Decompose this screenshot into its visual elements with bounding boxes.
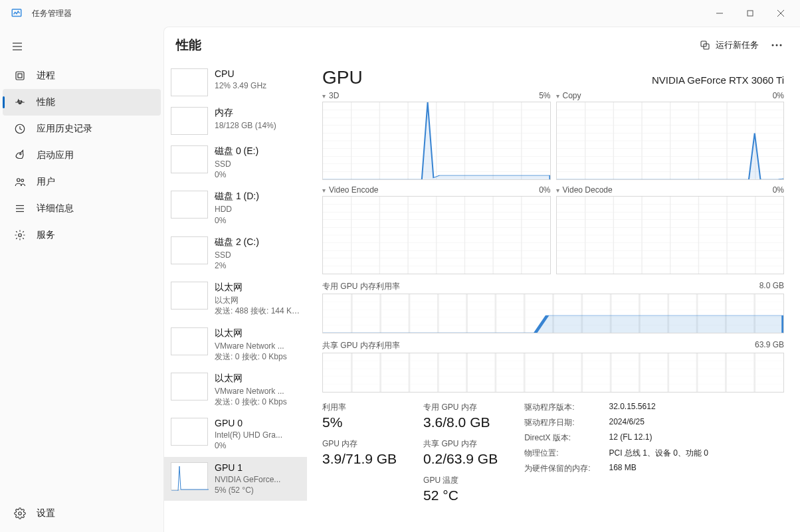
services-icon: [14, 229, 26, 241]
resource-sub: 2%: [215, 260, 302, 271]
resource-sub: 发送: 488 接收: 144 Kbps: [215, 306, 302, 316]
resource-item[interactable]: 以太网VMware Network ...发送: 0 接收: 0 Kbps: [164, 322, 307, 367]
minimize-button[interactable]: [704, 3, 735, 24]
resource-thumbnail: [171, 327, 208, 355]
nav-details[interactable]: 详细信息: [3, 195, 161, 222]
resource-sub: VMware Network ...: [215, 341, 302, 351]
nav-settings[interactable]: 设置: [3, 500, 161, 527]
resource-title: 以太网: [215, 282, 302, 294]
nav-label: 性能: [37, 96, 55, 108]
nav-services[interactable]: 服务: [3, 222, 161, 248]
temp-label: GPU 温度: [423, 475, 498, 486]
chart-vdec-value: 0%: [773, 185, 784, 195]
nav-label: 应用历史记录: [37, 123, 92, 135]
resource-item[interactable]: GPU 1NVIDIA GeForce...5% (52 °C): [164, 457, 307, 501]
resource-sub: 以太网: [215, 295, 302, 306]
svg-rect-2: [748, 11, 753, 16]
resource-item[interactable]: CPU12% 3.49 GHz: [164, 63, 307, 102]
gpumem-label: GPU 内存: [322, 438, 397, 450]
info-k: 驱动程序日期:: [524, 417, 590, 428]
resource-list[interactable]: CPU12% 3.49 GHz内存18/128 GB (14%)磁盘 0 (E:…: [164, 63, 308, 532]
resource-item[interactable]: 磁盘 1 (D:)HDD0%: [164, 185, 307, 230]
resource-sub: 5% (52 °C): [215, 485, 302, 495]
info-v: 32.0.15.5612: [609, 402, 708, 413]
svg-point-23: [776, 44, 778, 46]
nav-label: 服务: [37, 229, 55, 241]
resource-sub: 12% 3.49 GHz: [215, 80, 302, 91]
nav-users[interactable]: 用户: [3, 169, 161, 195]
resource-sub: SSD: [215, 159, 302, 169]
run-task-label: 运行新任务: [716, 39, 759, 51]
util-value: 5%: [322, 414, 397, 430]
chart-copy-value: 0%: [773, 91, 784, 100]
more-button[interactable]: [765, 34, 788, 56]
resource-thumbnail: [171, 236, 208, 264]
resource-item[interactable]: 磁盘 0 (E:)SSD0%: [164, 140, 307, 185]
info-v: 12 (FL 12.1): [609, 432, 708, 444]
gpu-heading: GPU: [322, 67, 363, 88]
nav-label: 进程: [37, 70, 55, 82]
util-label: 利用率: [322, 402, 397, 413]
chevron-down-icon[interactable]: ▾: [322, 187, 326, 194]
resource-thumbnail: [171, 107, 208, 135]
resource-sub: 发送: 0 接收: 0 Kbps: [215, 397, 302, 407]
app-icon: [11, 7, 23, 19]
resource-title: 磁盘 2 (C:): [215, 236, 302, 248]
shmem-value: 0.2/63.9 GB: [423, 451, 498, 467]
resource-item[interactable]: GPU 0Intel(R) UHD Gra...0%: [164, 412, 307, 456]
info-k: 物理位置:: [524, 448, 590, 459]
chart-shared-mem: [322, 353, 784, 393]
dedicated-mem-label: 专用 GPU 内存利用率: [322, 281, 400, 292]
chart-copy: [556, 102, 785, 180]
resource-thumbnail: [171, 145, 208, 173]
nav-history[interactable]: 应用历史记录: [3, 116, 161, 142]
resource-sub: 18/128 GB (14%): [215, 120, 302, 131]
nav-processes[interactable]: 进程: [3, 62, 161, 89]
chevron-down-icon[interactable]: ▾: [556, 187, 559, 194]
run-new-task-button[interactable]: 运行新任务: [693, 35, 765, 55]
titlebar: 任务管理器: [0, 0, 800, 27]
content-card: 性能 运行新任务 CPU12% 3.49 GHz内存18/128 GB (14%…: [163, 27, 800, 532]
resource-item[interactable]: 以太网VMware Network ...发送: 0 接收: 0 Kbps: [164, 367, 307, 412]
run-task-icon: [700, 40, 710, 50]
info-k: DirectX 版本:: [524, 432, 590, 444]
performance-icon: [14, 96, 26, 108]
dedmem-label: 专用 GPU 内存: [423, 402, 498, 413]
resource-sub: VMware Network ...: [215, 386, 302, 397]
chevron-down-icon[interactable]: ▾: [556, 92, 559, 100]
resource-item[interactable]: 磁盘 2 (C:)SSD2%: [164, 231, 307, 276]
svg-rect-8: [16, 72, 24, 80]
chart-copy-label: Copy: [563, 91, 581, 100]
resource-title: 以太网: [215, 327, 302, 339]
processes-icon: [14, 70, 26, 82]
resource-title: 以太网: [215, 373, 302, 385]
app-title: 任务管理器: [32, 8, 72, 19]
nav-label: 设置: [37, 507, 55, 519]
resource-thumbnail: [171, 418, 208, 446]
resource-sub: 0%: [215, 440, 302, 451]
gpu-stats: 利用率 5% GPU 内存 3.9/71.9 GB 专用 GPU 内存 3.6/…: [322, 402, 784, 503]
gpumem-value: 3.9/71.9 GB: [322, 451, 397, 467]
chevron-down-icon[interactable]: ▾: [322, 92, 326, 100]
resource-thumbnail: [171, 282, 208, 310]
gpu-model: NVIDIA GeForce RTX 3060 Ti: [652, 74, 784, 86]
info-k: 驱动程序版本:: [524, 402, 590, 413]
chart-3d-label: 3D: [329, 91, 339, 100]
chart-dedicated-mem: [322, 294, 784, 333]
history-icon: [14, 123, 26, 135]
chart-vdec-label: Video Decode: [563, 185, 613, 195]
info-v: 2024/6/25: [609, 417, 708, 428]
resource-title: 磁盘 1 (D:): [215, 191, 302, 203]
nav-startup[interactable]: 启动应用: [3, 142, 161, 169]
close-button[interactable]: [765, 3, 796, 24]
svg-point-18: [19, 234, 22, 237]
content-header: 性能 运行新任务: [164, 27, 800, 63]
chart-video-encode: [322, 196, 551, 274]
resource-item[interactable]: 内存18/128 GB (14%): [164, 102, 307, 140]
hamburger-button[interactable]: [4, 35, 31, 58]
gpu-detail-panel: GPU NVIDIA GeForce RTX 3060 Ti ▾ 3D 5%: [308, 63, 800, 532]
nav-performance[interactable]: 性能: [3, 89, 161, 116]
nav-label: 用户: [37, 176, 55, 188]
maximize-button[interactable]: [735, 3, 765, 24]
resource-item[interactable]: 以太网以太网发送: 488 接收: 144 Kbps: [164, 276, 307, 321]
